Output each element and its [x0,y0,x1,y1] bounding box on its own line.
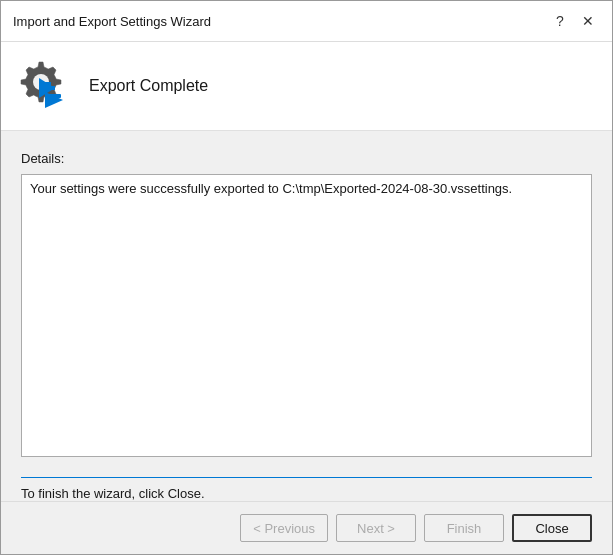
dialog-title: Import and Export Settings Wizard [13,14,211,29]
footer-note: To finish the wizard, click Close. [21,486,592,501]
help-button[interactable]: ? [548,9,572,33]
dialog-header: Export Complete [1,42,612,131]
button-bar: < Previous Next > Finish Close [1,501,612,554]
title-bar-left: Import and Export Settings Wizard [13,14,211,29]
dialog-window: Import and Export Settings Wizard ? ✕ [0,0,613,555]
close-button[interactable]: Close [512,514,592,542]
next-button[interactable]: Next > [336,514,416,542]
title-bar-controls: ? ✕ [548,9,600,33]
footer-divider [21,477,592,478]
details-textbox[interactable] [21,174,592,457]
title-bar: Import and Export Settings Wizard ? ✕ [1,1,612,42]
export-complete-title: Export Complete [89,77,208,95]
details-label: Details: [21,151,592,166]
previous-button[interactable]: < Previous [240,514,328,542]
dialog-body: Details: [1,131,612,469]
finish-button[interactable]: Finish [424,514,504,542]
close-title-button[interactable]: ✕ [576,9,600,33]
footer-note-area: To finish the wizard, click Close. [1,469,612,501]
gear-export-icon [17,58,73,114]
